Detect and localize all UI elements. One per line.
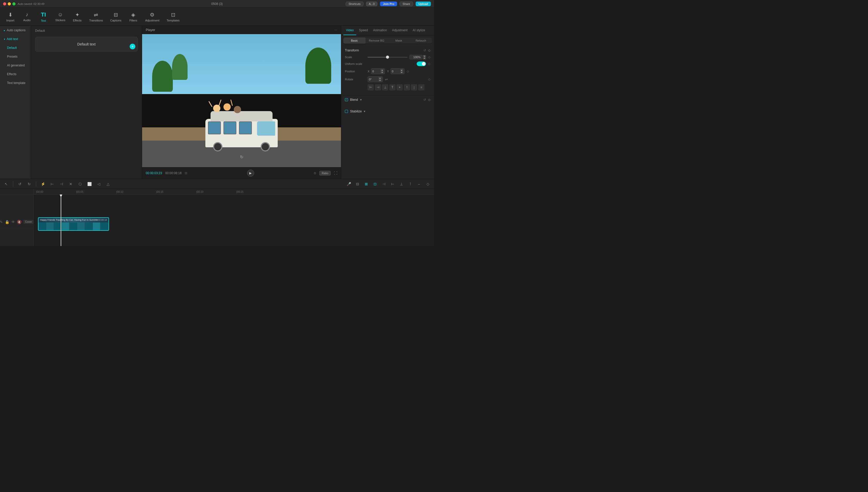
- rotate-up[interactable]: ▲: [379, 77, 382, 79]
- fullscreen-button[interactable]: ⛶: [334, 171, 337, 175]
- rotation-handle[interactable]: ↻: [240, 154, 244, 159]
- tl-crop[interactable]: ⬜: [86, 180, 93, 188]
- subtab-remove-bg[interactable]: Remove BG: [365, 38, 388, 44]
- stabilize-arrow[interactable]: ▾: [364, 109, 365, 113]
- align-center-v[interactable]: +: [397, 84, 403, 91]
- tl-ctrl6[interactable]: ⊥: [398, 180, 405, 188]
- tab-speed[interactable]: Speed: [356, 26, 371, 35]
- play-button[interactable]: ▶: [247, 170, 254, 177]
- uniform-scale-diamond[interactable]: ◇: [428, 62, 430, 66]
- pos-x-up[interactable]: ▲: [381, 69, 384, 71]
- tl-zoom-out[interactable]: –: [415, 180, 423, 188]
- subtab-mask[interactable]: Mask: [388, 38, 410, 44]
- sidebar-item-default[interactable]: Default: [0, 43, 31, 52]
- align-left[interactable]: ⊢: [367, 84, 374, 91]
- subtab-basic[interactable]: Basic: [343, 38, 365, 44]
- align-extra1[interactable]: |: [411, 84, 417, 91]
- tab-ai-stylize[interactable]: AI stylize: [410, 26, 428, 35]
- close-button[interactable]: [3, 2, 6, 5]
- rotate-diamond[interactable]: ◇: [428, 77, 430, 81]
- toolbar-audio[interactable]: ♪ Audio: [19, 10, 34, 23]
- tl-video-track[interactable]: Happy Friends Traveling By Car, Having F…: [38, 217, 109, 231]
- toolbar-adjustment[interactable]: ⚙ Adjustment: [142, 10, 162, 24]
- tl-ctrl4[interactable]: ⊣: [380, 180, 387, 188]
- pos-x-stepper[interactable]: ▲ ▼: [381, 69, 384, 73]
- tl-mute-icon[interactable]: 🔇: [17, 220, 21, 224]
- redo-icon[interactable]: ◇: [428, 49, 430, 52]
- tl-flip-v[interactable]: △: [104, 180, 111, 188]
- pos-y-down[interactable]: ▼: [400, 71, 403, 73]
- tl-trim-right[interactable]: ⊣: [58, 180, 65, 188]
- tl-trim-left[interactable]: ⊢: [49, 180, 56, 188]
- tl-ctrl7[interactable]: ⊺: [407, 180, 414, 188]
- align-bottom[interactable]: ⊺: [404, 84, 410, 91]
- tl-lock-icon[interactable]: 🔒: [5, 220, 9, 224]
- tl-undo[interactable]: ↺: [16, 180, 24, 188]
- pos-y-stepper[interactable]: ▲ ▼: [400, 69, 403, 73]
- scale-slider[interactable]: [367, 57, 407, 58]
- export-button[interactable]: Upload: [416, 2, 431, 6]
- tl-playhead[interactable]: [61, 195, 61, 246]
- blend-reset[interactable]: ↺: [424, 98, 426, 102]
- sidebar-item-presets[interactable]: Presets: [0, 52, 31, 61]
- scale-stepper[interactable]: ▲ ▼: [423, 55, 426, 59]
- blend-arrow[interactable]: ▾: [360, 98, 362, 102]
- rotate-stepper[interactable]: ▲ ▼: [379, 77, 382, 81]
- position-diamond[interactable]: ◇: [407, 70, 409, 73]
- align-top[interactable]: T: [389, 84, 395, 91]
- tl-pencil-icon[interactable]: ✎: [0, 220, 3, 224]
- toolbar-filters[interactable]: ◈ Filters: [126, 10, 141, 24]
- align-right[interactable]: ⊥: [382, 84, 388, 91]
- position-x-input[interactable]: [372, 70, 380, 73]
- grid-view-icon[interactable]: ⊟: [185, 171, 187, 175]
- scale-diamond[interactable]: ◇: [428, 55, 430, 59]
- toolbar-stickers[interactable]: ☺ Stickers: [52, 10, 69, 23]
- tl-zoom-end[interactable]: ◇: [424, 180, 431, 188]
- sidebar-item-auto-captions[interactable]: ▸ Auto captions: [0, 26, 31, 34]
- sidebar-item-ai-generated[interactable]: AI generated: [0, 61, 31, 70]
- sidebar-item-add-text[interactable]: ▾ Add text: [0, 34, 31, 43]
- stabilize-checkbox[interactable]: [345, 110, 348, 113]
- rotate-down[interactable]: ▼: [379, 79, 382, 81]
- sidebar-item-effects[interactable]: Effects: [0, 70, 31, 78]
- tl-freeze[interactable]: ⬡: [76, 180, 84, 188]
- default-text-card[interactable]: Default text +: [35, 37, 138, 52]
- maximize-button[interactable]: [12, 2, 16, 5]
- join-pro-button[interactable]: Join Pro: [380, 2, 397, 6]
- share-button[interactable]: Share: [400, 2, 413, 6]
- tl-eye-icon[interactable]: 👁: [11, 220, 15, 224]
- tab-adjustment[interactable]: Adjustment: [389, 26, 410, 35]
- toolbar-import[interactable]: ⬇ Import: [3, 10, 18, 24]
- tl-select-tool[interactable]: ↖: [3, 180, 10, 188]
- reset-icon[interactable]: ↺: [424, 49, 426, 52]
- align-center-h[interactable]: ⊣: [375, 84, 381, 91]
- tl-cover-button[interactable]: Cover: [24, 220, 33, 224]
- add-text-button[interactable]: +: [130, 44, 135, 49]
- scale-up[interactable]: ▲: [423, 55, 426, 57]
- blend-checkbox[interactable]: [345, 98, 348, 101]
- settings-icon[interactable]: ⊙: [314, 171, 316, 175]
- align-extra2[interactable]: ≡: [418, 84, 425, 91]
- rotate-reverse-icon[interactable]: ⇌: [385, 77, 388, 81]
- player-menu-icon[interactable]: ⋯: [334, 28, 337, 32]
- uniform-scale-toggle[interactable]: [417, 62, 426, 66]
- tl-ctrl2[interactable]: ⊠: [363, 180, 370, 188]
- tl-ctrl3[interactable]: ⊡: [372, 180, 379, 188]
- toolbar-templates[interactable]: ⊡ Templates: [163, 10, 183, 24]
- toolbar-captions[interactable]: ⊟ Captions: [107, 10, 125, 24]
- subtab-retouch[interactable]: Retouch: [410, 38, 432, 44]
- blend-diamond[interactable]: ◇: [428, 98, 430, 102]
- shortcuts-button[interactable]: Shortcuts: [346, 2, 363, 6]
- tab-animation[interactable]: Animation: [371, 26, 389, 35]
- rotate-input[interactable]: [369, 78, 378, 81]
- toolbar-transitions[interactable]: ⇌ Transitions: [86, 10, 106, 24]
- tl-delete[interactable]: ✕: [67, 180, 74, 188]
- scale-down[interactable]: ▼: [423, 57, 426, 59]
- tl-ctrl5[interactable]: ⊢: [389, 180, 396, 188]
- tl-flip-h[interactable]: ◁: [95, 180, 102, 188]
- pos-x-down[interactable]: ▼: [381, 71, 384, 73]
- sidebar-item-text-template[interactable]: Text template: [0, 78, 31, 87]
- pos-y-up[interactable]: ▲: [400, 69, 403, 71]
- toolbar-effects[interactable]: ✦ Effects: [70, 10, 85, 24]
- scale-value-input[interactable]: [409, 55, 423, 59]
